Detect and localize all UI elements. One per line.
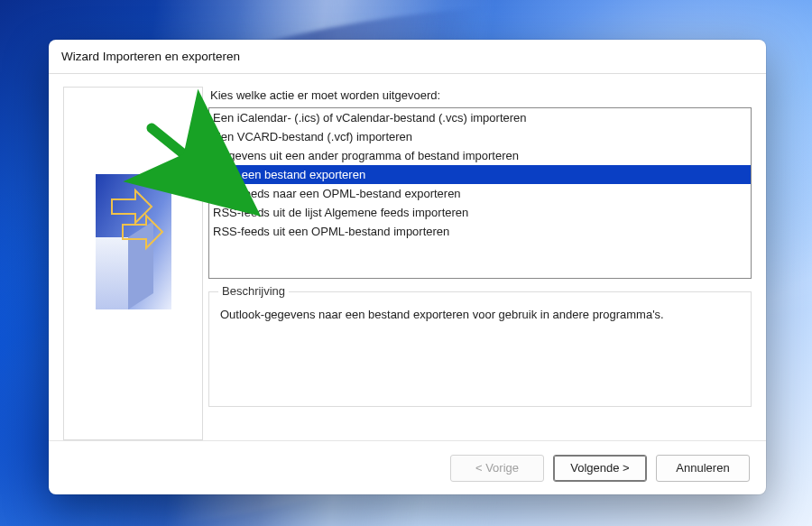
wizard-dialog: Wizard Importeren en exporteren [49, 40, 766, 494]
action-prompt: Kies welke actie er moet worden uitgevoe… [210, 88, 752, 102]
action-list-item[interactable]: Gegevens uit een ander programma of best… [209, 146, 751, 165]
next-button[interactable]: Volgende > [553, 455, 647, 482]
action-list-item[interactable]: RSS-feeds naar een OPML-bestand exporter… [209, 184, 751, 203]
action-list-item[interactable]: Naar een bestand exporteren [209, 165, 751, 184]
action-list-item[interactable]: RSS-feeds uit de lijst Algemene feeds im… [209, 203, 751, 222]
description-legend: Beschrijving [218, 284, 289, 298]
back-button[interactable]: < Vorige [450, 455, 544, 482]
description-group: Beschrijving Outlook-gegevens naar een b… [208, 291, 752, 407]
svg-marker-1 [96, 237, 128, 309]
wizard-illustration [96, 174, 171, 309]
wizard-sidebar [63, 87, 203, 440]
window-title: Wizard Importeren en exporteren [61, 50, 240, 63]
action-listbox[interactable]: Een iCalendar- (.ics) of vCalendar-besta… [208, 107, 752, 279]
description-text: Outlook-gegevens naar een bestand export… [220, 307, 740, 323]
titlebar: Wizard Importeren en exporteren [49, 40, 766, 74]
action-list-item[interactable]: Een iCalendar- (.ics) of vCalendar-besta… [209, 108, 751, 127]
action-list-item[interactable]: Een VCARD-bestand (.vcf) importeren [209, 127, 751, 146]
action-list-item[interactable]: RSS-feeds uit een OPML-bestand importere… [209, 222, 751, 241]
dialog-footer: < Vorige Volgende > Annuleren [49, 440, 766, 494]
cancel-button[interactable]: Annuleren [656, 455, 750, 482]
